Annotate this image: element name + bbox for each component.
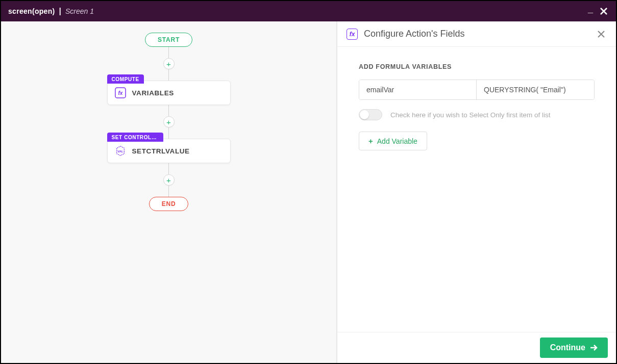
add-step-button[interactable]: + bbox=[163, 174, 175, 186]
panel-title: Configure Action's Fields bbox=[364, 29, 589, 39]
node-label: VARIABLES bbox=[132, 89, 174, 97]
start-node[interactable]: START bbox=[145, 33, 192, 47]
title-event: screen(open) bbox=[8, 7, 55, 15]
select-only-first-toggle[interactable] bbox=[359, 109, 382, 120]
node-compute-variables[interactable]: fx VARIABLES bbox=[107, 81, 231, 105]
node-badge-compute: COMPUTE bbox=[107, 74, 144, 84]
add-variable-button[interactable]: + Add Variable bbox=[359, 132, 427, 150]
close-icon bbox=[597, 30, 605, 38]
node-label: SETCTRLVALUE bbox=[132, 147, 190, 155]
flow-canvas[interactable]: START + COMPUTE fx VARIABLES + bbox=[1, 21, 337, 363]
title-separator: | bbox=[59, 7, 61, 16]
end-node[interactable]: END bbox=[149, 197, 189, 211]
variable-formula-input[interactable] bbox=[477, 80, 594, 99]
continue-button[interactable]: Continue bbox=[540, 337, 608, 358]
add-step-button[interactable]: + bbox=[163, 116, 175, 127]
continue-label: Continue bbox=[550, 343, 585, 352]
panel-fx-icon: fx bbox=[347, 29, 358, 40]
config-panel: fx Configure Action's Fields ADD FORMULA… bbox=[337, 21, 616, 363]
svg-text:VAL: VAL bbox=[117, 150, 124, 153]
title-screen-name: Screen 1 bbox=[65, 7, 94, 15]
minimize-button[interactable]: _ bbox=[585, 4, 596, 14]
close-window-button[interactable] bbox=[599, 6, 609, 16]
svg-text:fx: fx bbox=[118, 90, 122, 96]
panel-close-button[interactable] bbox=[596, 29, 607, 40]
plus-icon: + bbox=[368, 137, 373, 145]
close-icon bbox=[600, 8, 607, 15]
section-label-add-formula-variables: ADD FORMULA VARIABLES bbox=[359, 63, 595, 70]
arrow-right-icon bbox=[589, 344, 598, 352]
add-step-button[interactable]: + bbox=[163, 58, 175, 69]
node-set-ctrl-value[interactable]: VAL SETCTRLVALUE bbox=[107, 139, 231, 163]
fx-icon: fx bbox=[115, 87, 126, 98]
add-variable-label: Add Variable bbox=[377, 137, 417, 145]
val-icon: VAL bbox=[115, 145, 126, 157]
toggle-label: Check here if you wish to Select Only fi… bbox=[390, 111, 551, 119]
titlebar: screen(open) | Screen 1 _ bbox=[1, 1, 616, 21]
variable-name-input[interactable] bbox=[359, 80, 477, 99]
node-badge-setcontrols: SET CONTROLS' VA... bbox=[107, 133, 163, 142]
variable-row bbox=[359, 80, 595, 100]
